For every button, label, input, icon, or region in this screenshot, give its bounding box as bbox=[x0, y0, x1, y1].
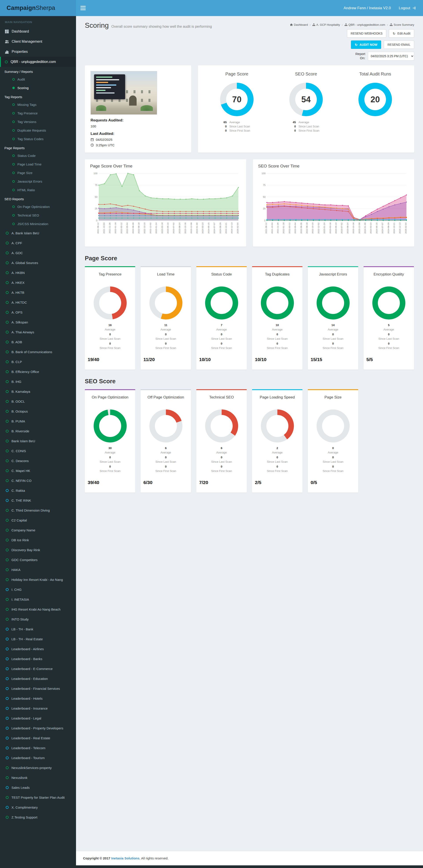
sidebar-toggle-button[interactable] bbox=[76, 0, 90, 16]
circle-icon bbox=[6, 707, 8, 710]
sidebar-property-b-bank-of-communications[interactable]: B. Bank of Communications bbox=[0, 347, 76, 357]
sidebar-property-active[interactable]: QBR - unpluggededition.com bbox=[0, 57, 76, 67]
sidebar-subitem-status-code[interactable]: Status Code bbox=[0, 151, 76, 160]
sidebar-property-bank-islam-beu[interactable]: Bank Islam BeU bbox=[0, 436, 76, 446]
sidebar-property-b-kamalaya[interactable]: B. Kamalaya bbox=[0, 386, 76, 397]
edit-audit-button[interactable]: ↻ Edit Audit bbox=[389, 29, 414, 38]
sidebar-subitem-javascript-errors[interactable]: Javascript Errors bbox=[0, 177, 76, 186]
breadcrumb-item-qbr-unpluggededition-com[interactable]: QBR - unpluggededition.com bbox=[344, 23, 385, 26]
sidebar-property-nexuslinkservices-property[interactable]: NexuslinkServices-property bbox=[0, 763, 76, 773]
sidebar-property-a-ops[interactable]: A. OPS bbox=[0, 307, 76, 317]
sidebar-property-nexuslisnk[interactable]: Nexuslisnk bbox=[0, 773, 76, 783]
sidebar-property-leaderboard-e-commerce[interactable]: Leaderboard - E-Commerce bbox=[0, 664, 76, 674]
score-card-title: Load Time bbox=[143, 272, 188, 283]
sidebar-property-b-ihg[interactable]: B. IHG bbox=[0, 377, 76, 386]
brand-logo[interactable]: CampaignSherpa bbox=[0, 0, 76, 16]
sidebar-subitem-scoring[interactable]: Scoring bbox=[0, 84, 76, 92]
sidebar-subitem-tag-versions[interactable]: Tag Versions bbox=[0, 118, 76, 126]
sidebar-property-test-property-for-starter-plan-audit[interactable]: TEST Property for Starter Plan Audit bbox=[0, 793, 76, 802]
sidebar-property-ihg-resort-krabi-ao-nang-beach[interactable]: IHG Resort Krabi Ao Nang Beach bbox=[0, 604, 76, 614]
sidebar-property-a-thai-airways[interactable]: A. Thai Airways bbox=[0, 327, 76, 337]
sidebar-property-i-chg[interactable]: I. CHG bbox=[0, 585, 76, 594]
sidebar-property-company-name[interactable]: Company Name bbox=[0, 525, 76, 535]
sidebar-subitem-tag-status-codes[interactable]: Tag Status Codes bbox=[0, 135, 76, 143]
sidebar-item-client-management[interactable]: Client Management bbox=[0, 36, 76, 46]
sidebar-property-c-the-rink[interactable]: C. THE RINK bbox=[0, 496, 76, 505]
sidebar-property-discovery-bay-rink[interactable]: Discovery Bay Rink bbox=[0, 545, 76, 555]
sidebar-property-x-complimentary[interactable]: X. Complimentary bbox=[0, 802, 76, 812]
sidebar-property-a-gdc[interactable]: A. GDC bbox=[0, 248, 76, 258]
sidebar-property-a-hkbn[interactable]: A. HKBN bbox=[0, 268, 76, 278]
sidebar-property-leaderboard-financial-services[interactable]: Leaderboard - Financial Services bbox=[0, 684, 76, 693]
sidebar-property-i-inetasia[interactable]: I. INETASIA bbox=[0, 594, 76, 604]
logout-button[interactable]: Logout bbox=[399, 6, 416, 10]
sidebar-subitem-html-ratio[interactable]: HTML Ratio bbox=[0, 186, 76, 194]
audit-now-button[interactable]: ↻ AUDIT NOW bbox=[351, 40, 381, 49]
sidebar-property-leaderboard-legal[interactable]: Leaderboard - Legal bbox=[0, 713, 76, 723]
report-on-select[interactable]: 04/02/2025 3:25 PM (UTC) bbox=[368, 52, 414, 61]
sidebar-property-b-adb[interactable]: B. ADB bbox=[0, 337, 76, 347]
sidebar-property-leaderboard-airlines[interactable]: Leaderboard - Airlines bbox=[0, 644, 76, 654]
sidebar-property-leaderboard-education[interactable]: Leaderboard - Education bbox=[0, 674, 76, 684]
sidebar-subitem-missing-tags[interactable]: Missing Tags bbox=[0, 100, 76, 109]
sidebar-subitem-audit[interactable]: Audit bbox=[0, 75, 76, 84]
sidebar-property-haka[interactable]: HAKA bbox=[0, 565, 76, 575]
sidebar-property-c-rakka[interactable]: C. Rakka bbox=[0, 486, 76, 496]
sidebar-item-properties[interactable]: Properties bbox=[0, 46, 76, 57]
sidebar-property-leaderboard-banks[interactable]: Leaderboard - Banks bbox=[0, 654, 76, 664]
sidebar-subitem-on-page-optimization[interactable]: On Page Optimization bbox=[0, 203, 76, 211]
sidebar-item-dashboard[interactable]: Dashboard bbox=[0, 26, 76, 36]
sidebar-property-z-testing-support[interactable]: Z.Testing Support bbox=[0, 812, 76, 822]
resend-webhooks-button[interactable]: RESEND WEBHOOKS bbox=[347, 29, 387, 38]
sidebar-property-leaderboard-telecom[interactable]: Leaderboard - Telecom bbox=[0, 743, 76, 753]
sidebar-property-c-cdnis[interactable]: C. CDNIS bbox=[0, 446, 76, 456]
sidebar-property-sales-leads[interactable]: Sales Leads bbox=[0, 783, 76, 793]
sidebar-property-leaderboard-real-estate[interactable]: Leaderboard - Real Estate bbox=[0, 733, 76, 743]
sidebar-property-a-hkex[interactable]: A. HKEX bbox=[0, 278, 76, 287]
sidebar-property-c-deacons[interactable]: C. Deacons bbox=[0, 456, 76, 466]
sidebar-property-leaderboard-hotels[interactable]: Leaderboard - Hotels bbox=[0, 693, 76, 704]
audit-screenshot-thumbnail[interactable] bbox=[90, 71, 157, 115]
sidebar-property-a-silkspan[interactable]: A. Silkspan bbox=[0, 317, 76, 327]
footer-company-link[interactable]: Inetasia Solutions bbox=[111, 856, 139, 860]
sidebar-subitem-technical-seo[interactable]: Technical SEO bbox=[0, 211, 76, 220]
sidebar-property-c-nefin-co[interactable]: C. NEFIN CO bbox=[0, 476, 76, 486]
sidebar-property-b-efficiency-office[interactable]: B. Efficiency Office bbox=[0, 367, 76, 377]
footer-copyright: Copyright © 2017 bbox=[83, 856, 111, 860]
sidebar-property-a-hktdc[interactable]: A. HKTDC bbox=[0, 298, 76, 307]
sidebar-item-label: TEST Property for Starter Plan Audit bbox=[11, 796, 65, 799]
breadcrumb-item-a-gcp-hospitality[interactable]: A. GCP Hospitality bbox=[312, 23, 340, 26]
sidebar-property-c-mapei-hk[interactable]: C. Mapei HK bbox=[0, 466, 76, 476]
circle-icon bbox=[6, 232, 8, 235]
sidebar-property-b-oocl[interactable]: B. OOCL bbox=[0, 397, 76, 406]
sidebar-subitem-js-css-minimization[interactable]: JS/CSS Minimization bbox=[0, 220, 76, 228]
sidebar-property-c-third-dimension-diving[interactable]: C. Third Dimension Diving bbox=[0, 505, 76, 515]
sidebar-property-db-ice-rink[interactable]: DB Ice Rink bbox=[0, 535, 76, 545]
sidebar-property-into-study[interactable]: INTO Study bbox=[0, 614, 76, 624]
sidebar-property-b-clp[interactable]: B. CLP bbox=[0, 357, 76, 367]
sidebar-property-a-global-sources[interactable]: A. Global Sources bbox=[0, 258, 76, 268]
sidebar-property-lb-th-real-estate[interactable]: LB - TH - Real Estate bbox=[0, 634, 76, 644]
sidebar-subitem-duplicate-requests[interactable]: Duplicate Requests bbox=[0, 126, 76, 135]
sidebar-property-b-puma[interactable]: B. PUMA bbox=[0, 416, 76, 426]
sidebar-subitem-page-load-time[interactable]: Page Load Time bbox=[0, 160, 76, 168]
sidebar-subitem-page-size[interactable]: Page Size bbox=[0, 168, 76, 177]
sidebar-subitem-tag-presence[interactable]: Tag Presence bbox=[0, 109, 76, 118]
sidebar-property-c2-capital[interactable]: C2 Capital bbox=[0, 515, 76, 525]
sidebar-property-a-bank-islam-beu[interactable]: A. Bank Islam BeU bbox=[0, 228, 76, 238]
breadcrumb-item-score-summary[interactable]: Score Summary bbox=[390, 23, 414, 26]
sidebar-property-leaderboard-insurance[interactable]: Leaderboard - Insurance bbox=[0, 704, 76, 713]
sidebar-property-leaderboard-tourism[interactable]: Leaderboard - Tourism bbox=[0, 753, 76, 763]
breadcrumb-item-dashboard[interactable]: Dashboard bbox=[290, 23, 308, 26]
resend-email-button[interactable]: RESEND EMAIL bbox=[384, 40, 414, 49]
sidebar-property-b-octopus[interactable]: B. Octopus bbox=[0, 406, 76, 416]
sidebar-property-leaderboard-property-developers[interactable]: Leaderboard - Property Developers bbox=[0, 723, 76, 733]
sidebar-property-a-hktb[interactable]: A. HKTB bbox=[0, 287, 76, 298]
sidebar-property-lb-th-bank[interactable]: LB - TH - Bank bbox=[0, 624, 76, 634]
sidebar-property-b-riverside[interactable]: B. Riverside bbox=[0, 426, 76, 436]
sidebar-property-holiday-inn-resort-krabi-ao-nang[interactable]: Holiday Inn Resort Krabi - Ao Nang bbox=[0, 575, 76, 585]
sidebar-property-gdc-competitors[interactable]: GDC Competitors bbox=[0, 555, 76, 565]
sidebar-item-label: A. GDC bbox=[11, 251, 23, 255]
user-menu[interactable]: Andrew Fenn / Inetasia V2.0 bbox=[343, 6, 391, 10]
sidebar-property-a-cpf[interactable]: A. CPF bbox=[0, 238, 76, 248]
